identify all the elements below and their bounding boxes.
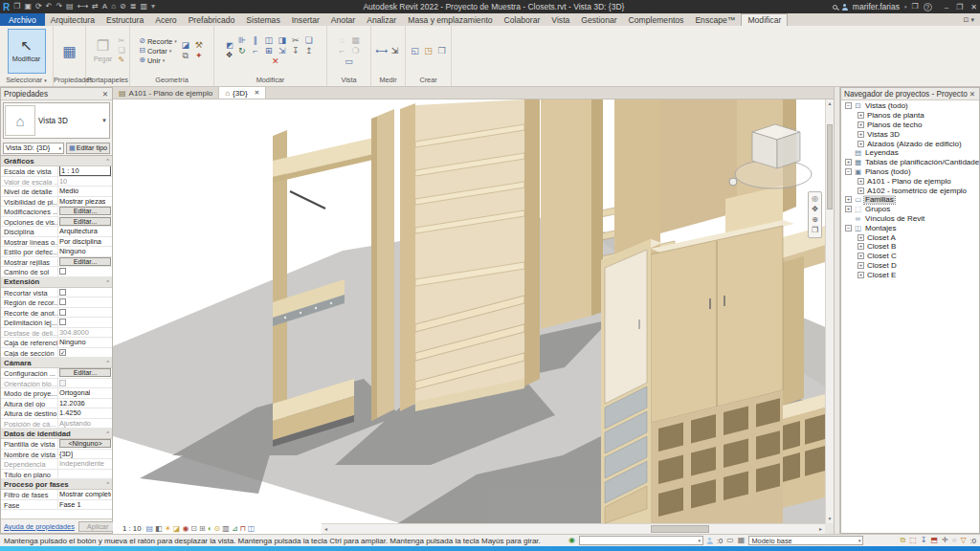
expand-icon[interactable]: + <box>858 121 864 128</box>
tree-item-closet-e[interactable]: +Closet E <box>841 270 979 279</box>
select-pinned-icon[interactable]: ↧ <box>921 537 927 544</box>
workset-dropdown[interactable]: ▾ <box>579 536 703 545</box>
tab-arquitectura[interactable]: Arquitectura <box>45 13 100 26</box>
section-icon[interactable]: ⊘ <box>120 3 126 11</box>
viewcube-home-icon[interactable] <box>729 178 737 186</box>
temporary-view-properties-icon[interactable]: ▥ <box>222 525 230 533</box>
ribbon-options-caret-icon[interactable]: ▾ <box>970 16 974 24</box>
cut-icon[interactable]: ✂ <box>118 37 124 45</box>
measure-between-icon[interactable]: ⟷ <box>376 47 388 55</box>
zoom-icon[interactable]: ⊕ <box>812 216 818 224</box>
open-file-icon[interactable]: ❐ <box>13 3 20 11</box>
print-icon[interactable]: ▤ <box>66 3 74 11</box>
sync-with-central-icon[interactable]: ⟳ <box>35 3 42 11</box>
unpin-icon[interactable]: ↥ <box>303 47 315 55</box>
steering-wheel-icon[interactable]: ◎ <box>812 195 818 203</box>
tree-item-closet-d[interactable]: +Closet D <box>841 261 979 271</box>
offset-icon[interactable]: ∥ <box>250 36 261 45</box>
tab-sistemas[interactable]: Sistemas <box>240 13 285 26</box>
section-header[interactable]: Datos de identidad^ <box>1 429 112 439</box>
measure-along-icon[interactable]: ⇲ <box>390 47 401 55</box>
property-edit-button[interactable]: Editar... <box>59 368 111 377</box>
group-label-modificar[interactable]: Modificar <box>214 76 326 86</box>
minimize-button[interactable]: – <box>945 3 948 11</box>
shelving-tower[interactable] <box>400 99 540 411</box>
tree-item-vistas-todo-[interactable]: −⊡Vistas (todo) <box>841 101 979 111</box>
pan-icon[interactable]: ✥ <box>812 206 818 213</box>
expand-icon[interactable]: + <box>845 206 852 212</box>
drawing-area[interactable]: ◎✥⊕❐ ▲ ▼ <box>113 99 834 523</box>
expand-icon[interactable]: + <box>858 272 864 278</box>
trim-extend-icon[interactable]: ⌐ <box>250 47 261 55</box>
help-icon[interactable]: ? <box>924 3 932 11</box>
tab-estructura[interactable]: Estructura <box>100 13 149 26</box>
linework-icon[interactable]: ⌐ <box>337 47 348 55</box>
tab-complementos[interactable]: Complementos <box>623 13 690 26</box>
tree-item-planos-de-techo[interactable]: +Planos de techo <box>841 121 979 130</box>
align-icon[interactable]: ⊪ <box>236 36 248 45</box>
property-value[interactable]: Mostrar piezas <box>59 197 105 206</box>
worksets-icon[interactable]: ▭ <box>726 537 734 544</box>
delete-icon[interactable]: ✕ <box>270 57 281 66</box>
tree-item-leyendas[interactable]: ▤Leyendas <box>841 148 979 158</box>
cope-button[interactable]: ⊘Recorte▾ <box>139 37 176 46</box>
tree-item-planos-todo-[interactable]: −▣Planos (todo) <box>841 167 979 177</box>
split-element-icon[interactable]: ✂ <box>290 36 301 45</box>
select-links-icon[interactable]: ⧉ <box>900 537 905 544</box>
demolish-icon[interactable]: ✦ <box>193 52 205 60</box>
crop-view-icon[interactable]: ⊡ <box>190 525 197 533</box>
model-3d-view[interactable] <box>113 99 825 523</box>
expand-icon[interactable]: + <box>845 196 852 203</box>
section-header[interactable]: Extensión^ <box>1 277 112 288</box>
horizontal-scroll-thumb[interactable] <box>651 525 709 533</box>
override-graphics-icon[interactable]: ▦ <box>350 36 362 45</box>
default-3d-view-icon[interactable]: ⌂ <box>111 3 116 11</box>
expand-icon[interactable]: − <box>845 168 852 175</box>
user-icon[interactable] <box>842 4 848 10</box>
expand-icon[interactable]: + <box>858 178 864 185</box>
tab-masa-y-emplazamiento[interactable]: Masa y emplazamiento <box>402 13 498 26</box>
tree-item-closet-c[interactable]: +Closet C <box>841 252 979 261</box>
create-parts-icon[interactable]: ◳ <box>423 47 434 55</box>
expand-icon[interactable]: + <box>858 131 864 138</box>
user-interface-icon[interactable]: ▥ <box>140 3 147 11</box>
reset-icon[interactable]: ○ <box>952 537 957 544</box>
previous-view-icon[interactable]: ❐ <box>812 227 818 234</box>
ribbon-state-icon[interactable]: ⊡ <box>964 16 969 23</box>
properties-toggle-button[interactable]: ▦ <box>56 29 82 74</box>
expand-icon[interactable]: + <box>845 159 852 165</box>
revit-logo-icon[interactable]: R <box>3 2 10 12</box>
property-value[interactable]: Ninguno <box>59 247 86 255</box>
property-value[interactable]: 1 : 10 <box>59 166 111 176</box>
project-browser-header[interactable]: Navegador de proyectos - Proyecto de Mue… <box>841 88 979 100</box>
tab-colaborar[interactable]: Colaborar <box>499 13 546 26</box>
property-value[interactable]: 1.4250 <box>59 408 81 417</box>
tree-item-v-nculos-de-revit[interactable]: ∞Vínculos de Revit <box>841 214 979 224</box>
tree-item-a101-plano-de-ejemplo[interactable]: +A101 - Plano de ejemplo <box>841 176 979 186</box>
expand-icon[interactable]: + <box>858 141 864 147</box>
property-edit-button[interactable]: <Ninguno> <box>59 439 111 448</box>
view-tab-a101-plano-de-ejemplo[interactable]: ▤A101 - Plano de ejemplo <box>113 87 219 99</box>
tab-analizar[interactable]: Analizar <box>361 13 402 26</box>
close-icon[interactable]: ✕ <box>969 90 976 99</box>
select-by-face-icon[interactable]: ⬒ <box>930 537 938 544</box>
reveal-hidden-elements-icon[interactable]: ⊙ <box>214 525 221 533</box>
close-view-icon[interactable]: ✕ <box>255 89 260 97</box>
group-label-propiedades[interactable]: Propiedades <box>54 76 85 86</box>
visual-style-icon[interactable]: ◧ <box>155 525 163 533</box>
scroll-down-icon[interactable]: ▼ <box>826 515 834 523</box>
property-value[interactable]: Fase 1 <box>59 500 81 509</box>
username[interactable]: marifer.farias <box>853 2 900 11</box>
scroll-right-icon[interactable]: ▸ <box>816 524 825 534</box>
expand-icon[interactable]: − <box>845 102 852 109</box>
property-checkbox[interactable] <box>59 298 66 305</box>
cut-geometry-button[interactable]: ⊟Cortar▾ <box>139 47 176 55</box>
expand-icon[interactable]: + <box>858 234 864 241</box>
group-label-vista[interactable]: Vista <box>327 76 370 86</box>
view-reference-icon[interactable]: ▭ <box>344 57 355 66</box>
tab-insertar[interactable]: Insertar <box>286 13 325 26</box>
expand-icon[interactable]: − <box>845 225 852 231</box>
mirror-draw-axis-icon[interactable]: ◨ <box>277 36 288 45</box>
collapse-icon[interactable]: ^ <box>106 360 109 365</box>
paste-button[interactable]: ❐ Pegar <box>90 29 115 74</box>
